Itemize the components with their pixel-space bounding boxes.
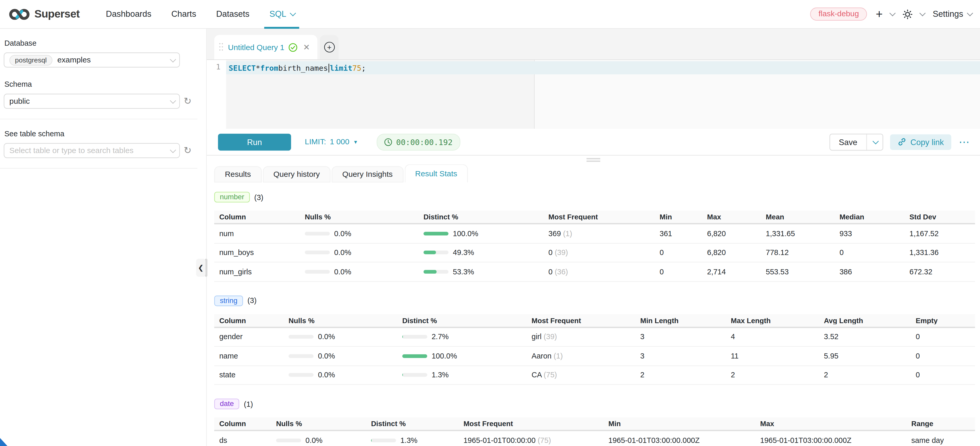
- copy-link-button[interactable]: Copy link: [890, 134, 951, 150]
- sql-editor-panel: Untitled Query 1 ✕ + 1: [207, 29, 980, 446]
- stat-value-cell: 2: [819, 371, 911, 379]
- progress-bar-track: [288, 335, 313, 339]
- most-frequent-count: (75): [536, 436, 551, 445]
- stat-value-cell: 0: [834, 248, 904, 257]
- sql-token: from: [260, 64, 278, 72]
- new-item-button[interactable]: +: [876, 7, 894, 21]
- stat-value-cell: 0: [911, 371, 975, 379]
- most-frequent-count: (75): [542, 371, 557, 379]
- stat-value-cell: 3: [635, 333, 726, 341]
- column-count: (1): [244, 400, 253, 408]
- percent-label: 49.3%: [453, 248, 474, 257]
- superset-sql-lab: Superset Dashboards Charts Datasets SQL …: [0, 0, 980, 446]
- query-tab-untitled-query-1[interactable]: Untitled Query 1 ✕: [214, 35, 317, 59]
- stat-row-state: state0.0%1.3%CA (75)2220: [214, 366, 975, 385]
- stat-value-cell: 6,820: [702, 248, 761, 257]
- refresh-schemas-icon[interactable]: ↻: [184, 97, 191, 106]
- active-nav-underline: [264, 27, 299, 29]
- new-query-tab-button[interactable]: +: [320, 35, 339, 59]
- database-select[interactable]: postgresql examples: [4, 53, 180, 67]
- limit-dropdown[interactable]: LIMIT: 1 000 ▼: [305, 138, 358, 147]
- query-success-check-icon: [289, 43, 298, 52]
- collapse-sidebar-button[interactable]: ❮: [196, 259, 205, 277]
- percent-label: 0.0%: [305, 436, 323, 445]
- chevron-down-icon: [290, 10, 296, 16]
- progress-bar-track: [402, 373, 427, 377]
- chevron-left-icon: ❮: [198, 264, 204, 272]
- percent-label: 0.0%: [318, 371, 335, 379]
- stat-value-cell: same day: [906, 436, 975, 445]
- stat-value-cell: 1,331.36: [904, 248, 975, 257]
- percent-label: 1.3%: [432, 371, 449, 379]
- stat-value-cell: 0: [655, 267, 702, 276]
- progress-bar-track: [423, 251, 449, 255]
- percent-bar-cell: 0.0%: [283, 352, 398, 360]
- drag-handle-icon[interactable]: [220, 43, 224, 51]
- column-header-cell: Distinct %: [418, 213, 543, 220]
- stat-value-cell: 361: [655, 229, 702, 238]
- column-header-cell: Distinct %: [398, 317, 527, 324]
- progress-bar-track: [423, 270, 449, 274]
- refresh-tables-icon[interactable]: ↻: [184, 146, 191, 155]
- stat-value-cell: 11: [726, 352, 819, 360]
- chevron-down-icon: [170, 97, 176, 104]
- superset-logo[interactable]: Superset: [9, 7, 80, 21]
- column-name-cell: gender: [214, 333, 283, 341]
- sql-code-editor[interactable]: 1 SELECT * from birth_names limit 75;: [207, 60, 980, 129]
- stat-value-cell: 1,167.52: [904, 229, 975, 238]
- tab-result-stats[interactable]: Result Stats: [404, 164, 468, 183]
- save-button[interactable]: Save: [830, 134, 866, 150]
- table-select[interactable]: Select table or type to search tables: [4, 143, 180, 158]
- stat-row-num_girls: num_girls0.0%53.3%0 (36)02,714553.533866…: [214, 263, 975, 282]
- percent-bar-cell: 1.3%: [398, 371, 527, 379]
- sql-lab-sidebar: Database postgresql examples Schema publ…: [0, 29, 207, 446]
- string-type-badge: string: [214, 295, 243, 306]
- most-frequent-cell: Aaron (1): [527, 352, 635, 360]
- most-frequent-cell: 0 (39): [543, 248, 655, 257]
- clock-icon: [384, 138, 392, 146]
- theme-toggle-button[interactable]: [903, 9, 924, 19]
- percent-bar-cell: 2.7%: [398, 333, 527, 341]
- nav-item-dashboards[interactable]: Dashboards: [96, 0, 162, 29]
- stat-value-cell: 3.52: [819, 333, 911, 341]
- stat-value-cell: 2: [726, 371, 819, 379]
- nav-right: flask-debug + Settings: [810, 7, 971, 21]
- link-icon: [897, 138, 906, 147]
- editor-toolbar: Run LIMIT: 1 000 ▼ 00:00:00.192: [207, 129, 980, 156]
- stats-section-string: string(3)ColumnNulls %Distinct %Most Fre…: [214, 295, 975, 385]
- more-actions-button[interactable]: ⋯: [959, 135, 970, 148]
- column-name-cell: state: [214, 371, 283, 379]
- stat-value-cell: 5.95: [819, 352, 911, 360]
- table-select-placeholder: Select table or type to search tables: [9, 146, 170, 155]
- editor-body[interactable]: SELECT * from birth_names limit 75;: [226, 60, 980, 129]
- database-value: examples: [57, 56, 170, 64]
- column-header-cell: Max Length: [726, 317, 819, 324]
- pane-splitter: [207, 156, 980, 164]
- splitter-drag-handle[interactable]: [587, 158, 600, 163]
- limit-label: LIMIT:: [305, 138, 326, 147]
- section-badge-row: number(3): [214, 192, 975, 202]
- nav-item-datasets[interactable]: Datasets: [206, 0, 259, 29]
- nav-item-charts[interactable]: Charts: [161, 0, 206, 29]
- progress-bar-track: [288, 354, 313, 358]
- tab-query-insights[interactable]: Query Insights: [332, 166, 403, 183]
- stat-row-num_boys: num_boys0.0%49.3%0 (39)06,820778.1201,33…: [214, 244, 975, 263]
- nav-item-sql[interactable]: SQL: [259, 0, 304, 29]
- save-options-caret[interactable]: [866, 134, 882, 150]
- stat-value-cell: 553.53: [760, 267, 834, 276]
- progress-bar-track: [305, 251, 330, 255]
- settings-menu[interactable]: Settings: [933, 9, 972, 19]
- close-tab-icon[interactable]: ✕: [303, 43, 310, 52]
- tab-results[interactable]: Results: [214, 166, 261, 183]
- nav-menu: Dashboards Charts Datasets SQL: [96, 0, 304, 29]
- sql-code-line[interactable]: SELECT * from birth_names limit 75;: [226, 61, 980, 74]
- stat-value-cell: 0: [655, 248, 702, 257]
- run-button[interactable]: Run: [218, 134, 291, 150]
- chevron-down-icon: [170, 56, 176, 62]
- save-split-button: Save: [829, 134, 883, 150]
- progress-bar-fill: [423, 251, 436, 255]
- tab-query-history[interactable]: Query history: [262, 166, 330, 183]
- editor-gutter: 1: [207, 60, 226, 129]
- schema-select[interactable]: public: [4, 94, 180, 109]
- result-stats-sections: number(3)ColumnNulls %Distinct %Most Fre…: [214, 192, 975, 446]
